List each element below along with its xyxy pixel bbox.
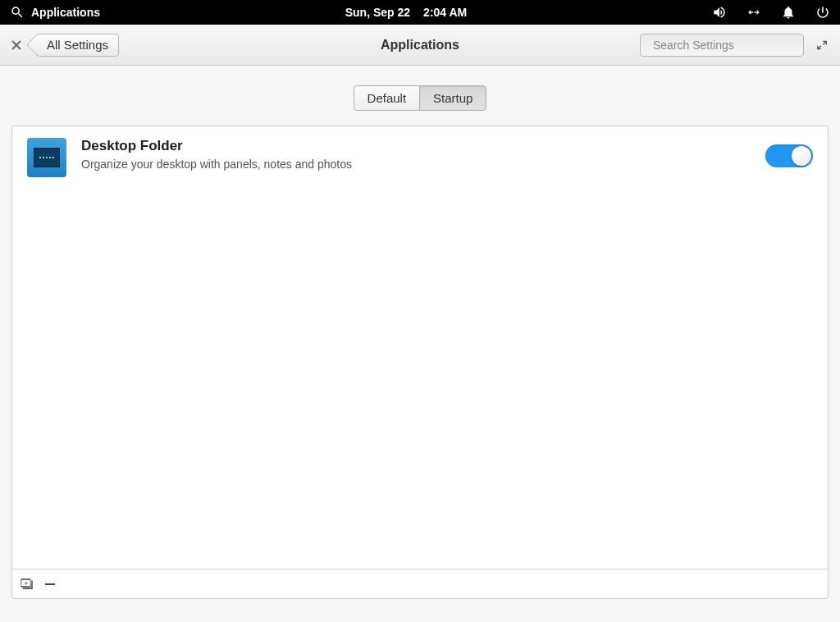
add-startup-app-button[interactable] <box>19 576 35 592</box>
power-icon[interactable] <box>815 5 830 20</box>
tab-default[interactable]: Default <box>354 85 420 111</box>
system-panel: Applications Sun, Sep 22 2:04 AM <box>0 0 840 25</box>
panel-right <box>712 5 830 20</box>
app-enabled-toggle[interactable] <box>765 144 813 167</box>
notifications-icon[interactable] <box>781 5 796 20</box>
panel-center[interactable]: Sun, Sep 22 2:04 AM <box>100 6 712 19</box>
tab-startup[interactable]: Startup <box>419 85 486 111</box>
panel-left[interactable]: Applications <box>10 5 100 20</box>
network-icon[interactable] <box>746 5 761 20</box>
search-settings-box[interactable] <box>640 34 804 57</box>
back-button-label: All Settings <box>47 38 108 52</box>
app-row: Desktop Folder Organize your desktop wit… <box>12 126 828 189</box>
app-list-footer <box>12 569 828 598</box>
close-button[interactable] <box>11 40 21 50</box>
remove-startup-app-button[interactable] <box>42 576 58 592</box>
app-title: Desktop Folder <box>81 138 751 154</box>
app-text: Desktop Folder Organize your desktop wit… <box>81 138 751 171</box>
search-icon[interactable] <box>10 5 25 20</box>
tab-container: Default Startup <box>0 66 840 126</box>
settings-header: All Settings Applications <box>0 25 840 66</box>
search-icon <box>647 39 648 51</box>
maximize-button[interactable] <box>815 39 829 52</box>
date-label: Sun, Sep 22 <box>345 6 410 19</box>
page-title: Applications <box>381 38 459 53</box>
time-label: 2:04 AM <box>423 6 467 19</box>
minus-icon <box>45 583 55 585</box>
search-input[interactable] <box>653 39 797 52</box>
startup-apps-panel: Desktop Folder Organize your desktop wit… <box>11 126 829 599</box>
header-right <box>640 34 829 57</box>
all-settings-back-button[interactable]: All Settings <box>36 34 119 57</box>
tab-group: Default Startup <box>354 85 487 111</box>
main-content: Default Startup Desktop Folder Organize … <box>0 66 840 599</box>
volume-icon[interactable] <box>712 5 727 20</box>
header-left: All Settings <box>11 34 119 57</box>
desktop-folder-icon <box>27 138 66 177</box>
applications-menu-label[interactable]: Applications <box>31 6 100 19</box>
app-description: Organize your desktop with panels, notes… <box>81 158 751 171</box>
